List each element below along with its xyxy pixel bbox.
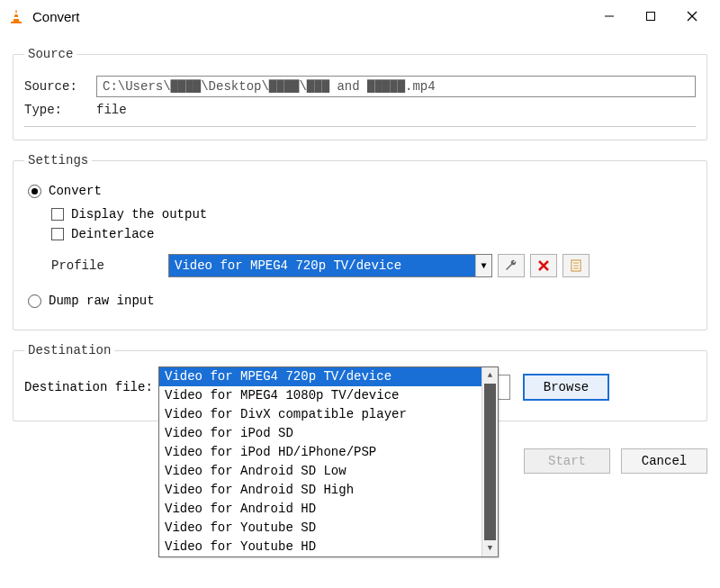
settings-legend: Settings [24, 153, 92, 167]
profile-dropdown[interactable]: Video for MPEG4 720p TV/deviceVideo for … [158, 366, 499, 557]
profile-select[interactable]: Video for MPEG4 720p TV/device ▼ [168, 254, 492, 277]
dropdown-scrollbar[interactable]: ▲ ▼ [482, 367, 498, 556]
maximize-button[interactable] [630, 3, 671, 30]
settings-group: Settings Convert Display the output Dein… [13, 153, 707, 330]
checkbox-icon [51, 228, 64, 240]
delete-profile-button[interactable] [530, 254, 557, 277]
profile-option[interactable]: Video for MPEG4 1080p TV/device [159, 386, 482, 405]
delete-x-icon [536, 258, 551, 273]
profile-option[interactable]: Video for iPod HD/iPhone/PSP [159, 443, 482, 462]
display-output-checkbox[interactable]: Display the output [24, 207, 696, 222]
profile-option[interactable]: Video for Android SD Low [159, 462, 482, 481]
deinterlace-checkbox[interactable]: Deinterlace [24, 227, 696, 241]
destination-file-label: Destination file: [24, 380, 168, 394]
type-label: Type: [24, 103, 96, 117]
source-legend: Source [24, 47, 76, 61]
profile-option[interactable]: Video for iPod SD [159, 424, 482, 443]
chevron-down-icon: ▼ [475, 255, 491, 276]
profile-option[interactable]: Video for Youtube HD [159, 538, 482, 556]
profile-option[interactable]: Video for Android HD [159, 500, 482, 519]
checkbox-icon [51, 208, 64, 221]
browse-button[interactable]: Browse [523, 374, 609, 401]
deinterlace-label: Deinterlace [71, 227, 154, 241]
source-label: Source: [24, 79, 96, 94]
scroll-thumb[interactable] [484, 384, 496, 540]
source-group: Source Source: Type: file [13, 47, 707, 140]
profile-option[interactable]: Video for Android SD High [159, 481, 482, 500]
radio-icon [28, 294, 41, 308]
dump-raw-radio-row[interactable]: Dump raw input [24, 294, 696, 308]
source-input[interactable] [96, 76, 696, 97]
profile-selected-value: Video for MPEG4 720p TV/device [169, 255, 475, 276]
svg-rect-5 [647, 13, 655, 21]
source-divider [24, 126, 696, 127]
type-value: file [96, 103, 127, 117]
dump-raw-label: Dump raw input [49, 294, 155, 308]
radio-icon [28, 185, 41, 198]
minimize-button[interactable] [589, 3, 630, 30]
profile-option[interactable]: Video for Youtube SD [159, 519, 482, 538]
new-document-icon [569, 258, 583, 273]
scroll-up-icon[interactable]: ▲ [482, 367, 498, 384]
profile-option[interactable]: Video for MPEG4 720p TV/device [159, 367, 482, 386]
cancel-button[interactable]: Cancel [621, 448, 707, 474]
display-output-label: Display the output [71, 207, 207, 222]
new-profile-button[interactable] [562, 254, 590, 277]
svg-rect-2 [14, 17, 19, 19]
title-bar: Convert [0, 0, 720, 32]
destination-legend: Destination [24, 343, 114, 357]
window-title: Convert [32, 9, 80, 24]
convert-radio-row[interactable]: Convert [24, 184, 696, 198]
svg-rect-3 [11, 22, 22, 23]
svg-marker-0 [14, 9, 20, 22]
wrench-icon [504, 258, 518, 273]
convert-radio-label: Convert [49, 184, 102, 198]
profile-label: Profile [51, 258, 168, 273]
start-button[interactable]: Start [524, 448, 610, 474]
profile-option[interactable]: Video for DivX compatible player [159, 405, 482, 424]
scroll-down-icon[interactable]: ▼ [482, 540, 498, 556]
edit-profile-button[interactable] [498, 254, 525, 277]
close-button[interactable] [671, 3, 713, 30]
svg-rect-1 [14, 13, 18, 14]
vlc-cone-icon [7, 7, 25, 25]
